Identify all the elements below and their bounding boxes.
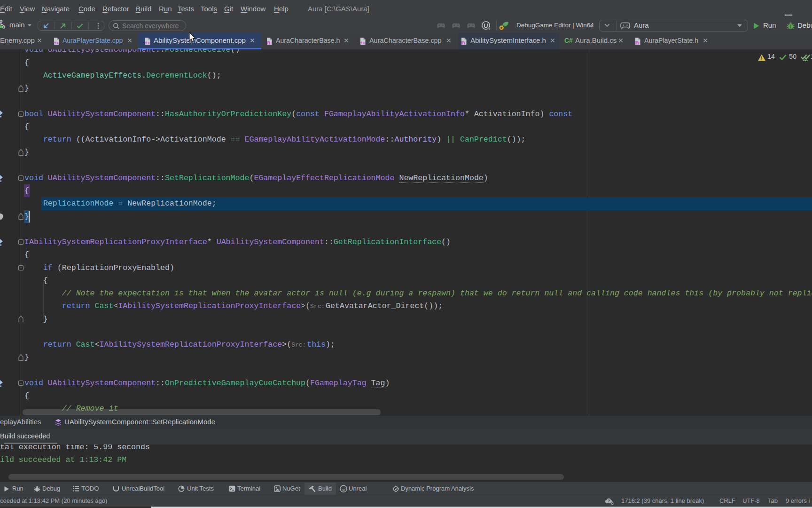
svg-text:?: ?	[608, 499, 610, 503]
svg-text:u: u	[342, 487, 344, 492]
